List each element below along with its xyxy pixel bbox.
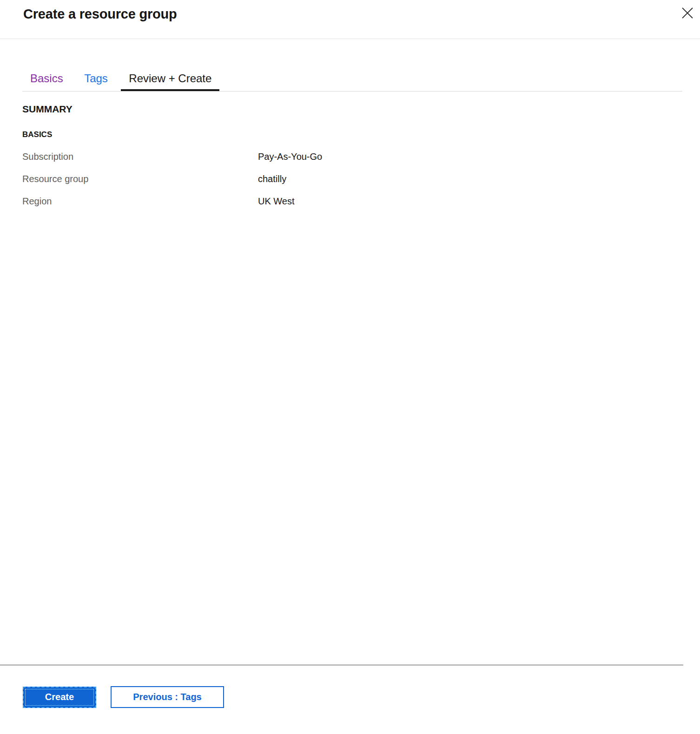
- previous-tags-button[interactable]: Previous : Tags: [111, 686, 224, 708]
- create-button[interactable]: Create: [23, 687, 96, 708]
- summary-heading: SUMMARY: [22, 104, 682, 115]
- row-value: Pay-As-You-Go: [258, 151, 322, 162]
- row-label: Subscription: [22, 151, 258, 162]
- row-label: Resource group: [22, 174, 258, 184]
- panel-body: Basics Tags Review + Create SUMMARY BASI…: [0, 39, 700, 664]
- close-icon: [681, 7, 693, 19]
- create-resource-group-panel: Create a resource group Basics Tags Revi…: [0, 0, 700, 734]
- page-title: Create a resource group: [23, 6, 177, 22]
- summary-row-subscription: Subscription Pay-As-You-Go: [22, 145, 682, 168]
- tab-tags[interactable]: Tags: [76, 68, 116, 91]
- panel-footer: Create Previous : Tags: [0, 664, 700, 734]
- panel-header: Create a resource group: [0, 0, 700, 39]
- row-value: UK West: [258, 196, 295, 207]
- tab-basics[interactable]: Basics: [22, 68, 71, 91]
- summary-row-region: Region UK West: [22, 190, 682, 212]
- row-value: chatilly: [258, 174, 286, 184]
- basics-section-heading: BASICS: [22, 130, 682, 139]
- footer-buttons: Create Previous : Tags: [0, 666, 700, 734]
- close-button[interactable]: [680, 6, 694, 20]
- row-label: Region: [22, 196, 258, 207]
- summary-rows: Subscription Pay-As-You-Go Resource grou…: [22, 145, 682, 212]
- tab-review-create[interactable]: Review + Create: [121, 68, 219, 91]
- tab-bar: Basics Tags Review + Create: [22, 68, 682, 92]
- summary-row-resource-group: Resource group chatilly: [22, 168, 682, 190]
